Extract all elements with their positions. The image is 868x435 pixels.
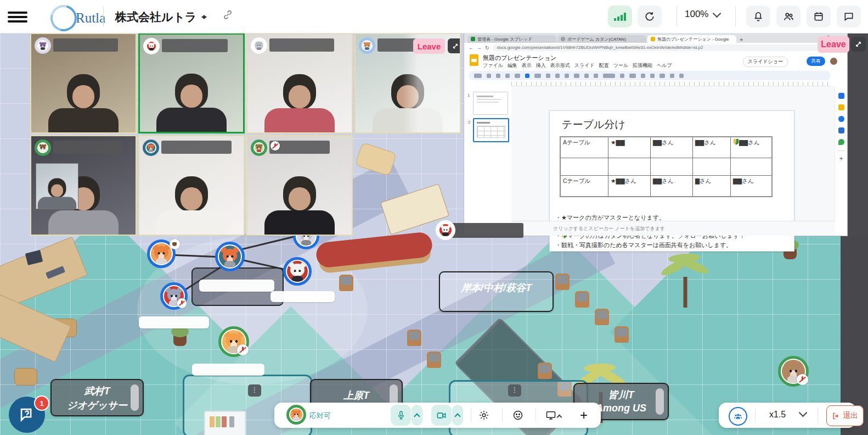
connection-status-button[interactable] (608, 5, 632, 27)
add-panel-icon[interactable]: + (839, 157, 843, 161)
fish-avatar[interactable] (147, 239, 176, 268)
calendar-button[interactable] (807, 5, 831, 27)
toolbar-icon[interactable] (525, 74, 529, 78)
document-title[interactable]: 無題のプレゼンテーション (483, 54, 556, 62)
maps-panel-icon[interactable] (838, 139, 844, 145)
participant-avatar[interactable] (35, 37, 51, 54)
self-fish-avatar[interactable] (286, 405, 306, 425)
browser-tab-active[interactable]: 無題のプレゼンテーション - Google (647, 35, 736, 43)
toolbar-icon[interactable] (474, 74, 482, 78)
exit-button[interactable]: 退出 (826, 405, 864, 426)
toolbar-icon[interactable] (565, 74, 569, 78)
refresh-button[interactable] (638, 5, 662, 27)
tile-expand-button[interactable] (448, 38, 461, 53)
browser-tab[interactable]: 管理表 - Google スプレッド (467, 35, 556, 43)
menu-item[interactable]: 編集 (508, 62, 517, 69)
video-tile[interactable] (30, 33, 137, 133)
menu-item[interactable]: 表示 (522, 62, 532, 69)
video-tile[interactable] (246, 135, 353, 236)
tile-leave-button[interactable]: Leave (413, 38, 445, 54)
toolbar-icon[interactable] (660, 74, 665, 78)
share-expand-button[interactable] (851, 37, 866, 52)
slide-thumbnail-1[interactable]: 1 (473, 92, 508, 115)
toolbar-icon[interactable] (487, 74, 491, 78)
copy-link-icon[interactable] (222, 9, 234, 23)
video-tile[interactable] (246, 33, 353, 133)
toolbar-icon[interactable] (574, 74, 579, 78)
toolbar-icon[interactable] (594, 74, 598, 78)
members-button[interactable] (776, 5, 801, 27)
toolbar-icon[interactable] (534, 74, 541, 78)
video-tile[interactable] (30, 135, 137, 236)
slide-thumbnail-2[interactable]: 2 (473, 118, 509, 142)
browser-tab[interactable]: ボードゲーム カタン(CATAN) (557, 35, 646, 43)
room-menu-button[interactable]: ⋮ (508, 384, 521, 397)
camera-button[interactable] (431, 405, 452, 426)
screen-share-window[interactable]: 管理表 - Google スプレッド ボードゲーム カタン(CATAN) 無題の… (464, 33, 848, 236)
menu-item[interactable]: 表示形式 (550, 62, 570, 69)
toolbar-icon[interactable] (641, 74, 645, 78)
tiger-avatar[interactable] (218, 326, 249, 357)
zoom-select[interactable]: 100% (685, 9, 720, 20)
new-tab-button[interactable]: + (740, 36, 743, 43)
tasks-panel-icon[interactable] (838, 116, 844, 122)
room-label-kishimoto[interactable]: 岸本/中村/萩谷T (439, 271, 554, 312)
toolbar-icon[interactable] (505, 74, 510, 78)
reload-icon[interactable]: ↻ (485, 45, 489, 51)
menu-item[interactable]: 挿入 (536, 62, 546, 69)
menu-item[interactable]: ヘルプ (657, 62, 672, 69)
toolbar-icon[interactable] (546, 74, 550, 78)
url-bar[interactable]: docs.google.com/presentation/d/1V98hfr7Z… (493, 44, 835, 51)
presenter-skull-avatar[interactable] (436, 220, 455, 240)
reaction-button[interactable] (509, 407, 527, 423)
keep-panel-icon[interactable] (838, 104, 844, 110)
menu-item[interactable]: スライド (574, 62, 595, 69)
menu-item[interactable]: 拡張機能 (633, 62, 652, 69)
toolbar-icon[interactable] (679, 74, 684, 78)
mic-button[interactable] (391, 405, 411, 426)
toolbar-icon[interactable] (555, 74, 560, 78)
room-label-handle[interactable] (656, 388, 664, 415)
forward-icon[interactable]: → (477, 45, 482, 51)
room-menu-button[interactable]: ⋮ (248, 384, 261, 397)
toolbar-icon[interactable] (603, 74, 615, 78)
participants-button[interactable] (729, 407, 747, 426)
fox-avatar[interactable] (215, 242, 245, 271)
room-label-handle[interactable] (131, 384, 139, 411)
share-button[interactable]: 共有 (807, 57, 825, 66)
speed-chevron[interactable] (799, 409, 808, 417)
notifications-button[interactable] (746, 5, 770, 27)
toolbar-icon[interactable] (650, 74, 655, 78)
raccoon-avatar[interactable] (160, 282, 188, 310)
walk-speed-value[interactable]: x1.5 (769, 410, 786, 420)
availability-status[interactable]: 応対可 (309, 411, 331, 421)
mic-options-chevron[interactable] (412, 405, 422, 426)
workspace-switcher-chevron[interactable] (200, 11, 208, 23)
workspace-title[interactable]: 株式会社ルトラ (115, 9, 196, 25)
menu-item[interactable]: ツール (613, 62, 628, 69)
back-icon[interactable]: ← (469, 45, 474, 51)
participant-avatar[interactable] (35, 140, 51, 156)
share-leave-button[interactable]: Leave (818, 36, 849, 53)
chat-button[interactable] (837, 5, 861, 27)
slideshow-button[interactable]: スライドショー (743, 57, 788, 67)
room-label-takemura[interactable]: 武村T ジオゲッサー (50, 379, 144, 416)
camera-options-chevron[interactable] (452, 405, 463, 426)
toolbar-icon[interactable] (515, 74, 520, 78)
toolbar-icon[interactable] (629, 74, 636, 78)
video-tile[interactable]: Leave (354, 33, 461, 133)
video-tile[interactable] (138, 135, 245, 236)
screenshare-button[interactable] (542, 407, 564, 423)
calendar-panel-icon[interactable] (838, 93, 844, 99)
raccoon-avatar-2[interactable] (778, 356, 809, 387)
toolbar-icon[interactable] (584, 74, 589, 78)
bear-suit-avatar[interactable] (283, 257, 312, 286)
contacts-panel-icon[interactable] (838, 127, 844, 133)
toolbar-icon[interactable] (620, 74, 624, 78)
speaker-notes-bar[interactable]: クリックするとスピーカー ノートを追加できます (511, 221, 835, 236)
toolbar-icon[interactable] (496, 74, 500, 78)
account-avatar[interactable] (830, 58, 837, 65)
menu-item[interactable]: 配置 (599, 62, 609, 69)
add-app-button[interactable]: + (575, 407, 593, 423)
settings-button[interactable] (475, 407, 493, 423)
